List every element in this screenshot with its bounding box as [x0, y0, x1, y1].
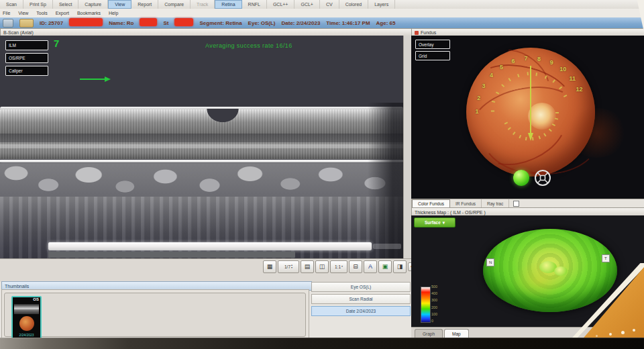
toolbar-tab-cv[interactable]: CV: [320, 0, 339, 9]
bscan-scrollbar-track[interactable]: [373, 244, 401, 249]
scan-number-label: 7: [54, 38, 59, 49]
menu-item-tools[interactable]: Tools: [36, 11, 47, 15]
retina-dark-layer: [0, 134, 403, 142]
reflection-dot: [609, 333, 612, 336]
clock-number-1: 1: [475, 108, 478, 115]
os-rpe-button[interactable]: OS/RPE: [5, 53, 48, 63]
patient-time: Time: 1:46:17 PM: [326, 20, 370, 26]
print-icon[interactable]: ⊟: [349, 260, 362, 273]
scan-info-row-1[interactable]: Scan Radial: [311, 294, 411, 304]
spinner-arrows-icon[interactable]: ▴▾: [291, 264, 292, 269]
toolbar-tab-capture[interactable]: Capture: [78, 0, 108, 9]
layout-rows-icon[interactable]: ▤: [301, 260, 314, 273]
dropdown-arrow-icon[interactable]: ▾: [341, 265, 343, 268]
tab-graph[interactable]: Graph: [415, 329, 443, 338]
toolbar-tab-retina[interactable]: Retina: [215, 0, 241, 9]
active-scan-line-arrow: [527, 66, 534, 142]
chevron-down-icon: ▾: [443, 220, 445, 226]
bscan-horizontal-scrollbar[interactable]: [48, 242, 372, 250]
surface-dropdown-button[interactable]: Surface ▾: [414, 217, 455, 228]
toolbar-tab-view[interactable]: View: [108, 0, 131, 9]
toolbar-tab-colored[interactable]: Colored: [339, 0, 369, 9]
toolbar-tab-gcl[interactable]: GCL++: [267, 0, 295, 9]
clock-number-7: 7: [525, 55, 528, 62]
thickness-bump: [554, 266, 568, 276]
scale-label-500: 500: [431, 285, 437, 289]
scan-info-row-2[interactable]: Date 2/24/2023: [311, 306, 411, 316]
ray-trac-checkbox[interactable]: [513, 201, 519, 207]
grid-button[interactable]: Grid: [415, 51, 450, 60]
scale-label-400: 400: [431, 292, 437, 295]
toolbar-tab-print-sp[interactable]: Print Sp: [23, 0, 53, 9]
menu-item-file[interactable]: File: [3, 11, 10, 15]
text-annotation-icon[interactable]: A: [364, 260, 377, 273]
bscan-image[interactable]: [0, 103, 403, 258]
meridian-tick: [490, 111, 494, 112]
thumbnail-bscan-preview: [14, 304, 39, 314]
menu-item-bookmarks[interactable]: Bookmarks: [77, 11, 101, 15]
bscan-progress-bar: [48, 252, 295, 258]
foveal-pit: [196, 109, 250, 133]
toolbar-tab-rnfl[interactable]: RNFL: [242, 0, 267, 9]
patient-segment: Segment: Retina: [199, 20, 241, 26]
toolbar-tab-layers[interactable]: Layers: [368, 0, 395, 9]
snapshot-icon[interactable]: ◨: [393, 260, 407, 273]
patient-date: Date: 2/24/2023: [282, 20, 321, 26]
quality-indicator-icon[interactable]: [513, 170, 529, 186]
scan-thumbnail-selected[interactable]: OS 2/24/2023: [11, 296, 42, 340]
caliper-button[interactable]: Caliper: [5, 66, 48, 76]
scan-info-rows: Eye OS(L)Scan RadialDate 2/24/2023: [311, 282, 411, 316]
toolbar-tab-select[interactable]: Select: [53, 0, 78, 9]
toolbar-tab-scan[interactable]: Scan: [0, 0, 23, 9]
bscan-layer-buttons: ILMOS/RPECaliper: [5, 40, 48, 79]
clock-number-3: 3: [482, 83, 486, 89]
zoom-ratio-button[interactable]: 1:1▾: [330, 260, 347, 273]
menu-item-view[interactable]: View: [18, 11, 28, 15]
bscan-image-area[interactable]: ILMOS/RPECaliper 7 Averaging success rat…: [0, 36, 403, 258]
grid-icon[interactable]: ▦: [263, 260, 276, 273]
fundus-panel-icon: [415, 31, 419, 35]
toolbar-tab-compare[interactable]: Compare: [158, 0, 191, 9]
ilm-button[interactable]: ILM: [5, 40, 48, 50]
menu-item-help[interactable]: Help: [109, 11, 118, 15]
reflection-dot: [621, 331, 625, 334]
right-edge-fade: [368, 103, 403, 258]
frame-counter[interactable]: 1/7▴▾: [278, 260, 299, 273]
toolbar-tab-report[interactable]: Report: [131, 0, 158, 9]
patient-name-middle: St: [163, 20, 168, 26]
nasal-marker-label: N: [486, 258, 494, 266]
reflection-dot: [596, 335, 598, 337]
patient-id: ID: 25707: [40, 20, 63, 26]
patient-list-icon-button[interactable]: [3, 19, 13, 28]
scan-info-row-0[interactable]: Eye OS(L): [311, 282, 411, 292]
color-map-icon[interactable]: ▣: [378, 260, 392, 273]
scale-label-300: 300: [431, 299, 437, 302]
fixation-target-icon[interactable]: [534, 169, 551, 187]
redaction-blob: [69, 18, 103, 26]
reflection-dot: [633, 329, 635, 332]
monitor-bezel: [0, 338, 644, 349]
scale-label-200: 200: [431, 306, 437, 309]
tab-map[interactable]: Map: [444, 329, 469, 338]
patient-eye: Eye: OS(L): [248, 20, 276, 26]
menu-item-export[interactable]: Export: [56, 11, 69, 15]
thumbnail-eye-label: OS: [13, 297, 40, 303]
clock-number-11: 11: [569, 75, 576, 82]
fundus-image-area[interactable]: 123456789101112 OverlayGrid: [411, 36, 644, 199]
patient-flag-button[interactable]: [19, 19, 34, 28]
toolbar-tab-track[interactable]: Track: [191, 0, 215, 9]
temporal-marker-label: T: [602, 254, 610, 262]
overlay-button[interactable]: Overlay: [415, 40, 450, 49]
redaction-blob: [174, 18, 193, 26]
layout-split-icon[interactable]: ◫: [315, 260, 329, 273]
scale-label-100: 100: [431, 313, 437, 316]
rpe-line: [0, 160, 403, 162]
thickness-color-scale: [421, 287, 431, 323]
menu-bar: FileViewToolsExportBookmarksHelp: [0, 9, 644, 18]
scale-label-0: 0: [431, 319, 437, 323]
choroid-band: [0, 163, 403, 197]
oct-application-window: ScanPrint SpSelectCaptureViewReportCompa…: [0, 0, 644, 349]
toolbar-tab-gcl[interactable]: GCL+: [294, 0, 319, 9]
thumbnail-fundus-preview: [13, 314, 40, 333]
thickness-3d-surface[interactable]: [483, 229, 617, 312]
